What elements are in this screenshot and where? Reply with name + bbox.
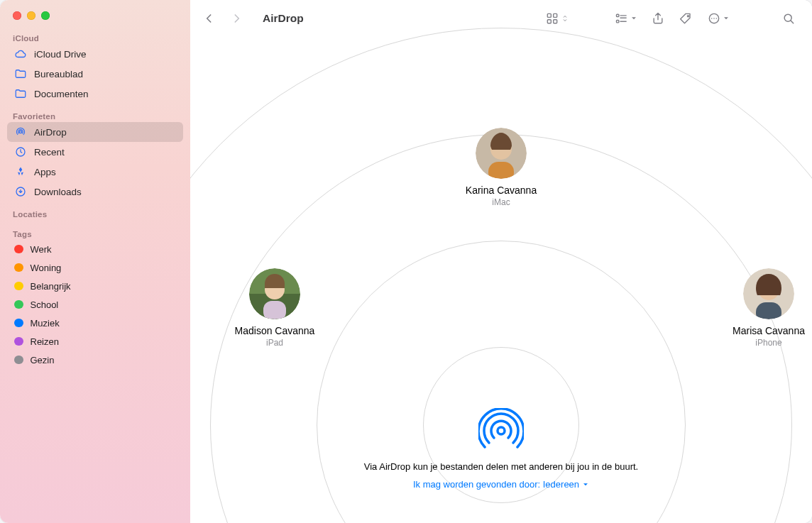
- sidebar-tag-muziek[interactable]: Muziek: [7, 314, 183, 332]
- sidebar-item-icloud-drive[interactable]: iCloud Drive: [7, 44, 183, 64]
- airdrop-person-marisa[interactable]: Marisa Cavanna iPhone: [708, 268, 812, 348]
- svg-rect-27: [756, 302, 781, 319]
- sidebar: iCloud iCloud Drive Bureaublad Documente…: [0, 0, 190, 523]
- airdrop-radar-area: Karina Cavanna iMac M: [190, 37, 812, 523]
- person-device: iMac: [492, 197, 510, 207]
- folder-icon: [14, 87, 27, 100]
- actions-button[interactable]: [703, 8, 734, 29]
- chevron-down-icon: [582, 481, 589, 488]
- svg-rect-7: [617, 14, 619, 16]
- sidebar-section-favorites: AirDrop Recent Apps Downloads: [0, 122, 190, 206]
- chevron-up-down-icon: [561, 12, 569, 25]
- sidebar-item-label: Belangrijk: [31, 281, 71, 292]
- avatar: [476, 128, 527, 179]
- airdrop-center-icon: [478, 408, 524, 453]
- sidebar-item-label: Downloads: [34, 187, 82, 197]
- sidebar-tag-werk[interactable]: Werk: [7, 240, 183, 258]
- chevron-down-icon: [723, 15, 730, 22]
- apps-icon: [14, 165, 27, 178]
- share-button[interactable]: [646, 8, 670, 29]
- airdrop-person-madison[interactable]: Madison Cavanna iPad: [214, 268, 335, 348]
- sidebar-item-label: School: [31, 299, 59, 310]
- back-button[interactable]: [197, 8, 221, 29]
- chevron-down-icon: [630, 15, 637, 22]
- sidebar-item-label: Gezin: [31, 355, 55, 365]
- tag-color-dot: [14, 356, 23, 365]
- sidebar-item-downloads[interactable]: Downloads: [7, 182, 183, 202]
- avatar: [249, 268, 300, 319]
- forward-button[interactable]: [224, 8, 248, 29]
- avatar: [743, 268, 794, 319]
- airdrop-description: Via AirDrop kun je bestanden delen met a…: [274, 461, 728, 472]
- sidebar-tag-belangrijk[interactable]: Belangrijk: [7, 277, 183, 295]
- minimize-window-button[interactable]: [27, 11, 35, 20]
- sidebar-section-tags-label: Tags: [0, 226, 190, 240]
- svg-rect-18: [488, 162, 514, 179]
- download-icon: [14, 185, 27, 198]
- sidebar-section-icloud: iCloud Drive Bureaublad Documenten: [0, 44, 190, 108]
- svg-point-11: [711, 18, 713, 19]
- sidebar-tag-woning[interactable]: Woning: [7, 258, 183, 277]
- zoom-window-button[interactable]: [41, 11, 50, 20]
- close-window-button[interactable]: [13, 11, 21, 20]
- svg-point-0: [19, 131, 21, 133]
- sidebar-item-label: AirDrop: [34, 127, 67, 138]
- sidebar-item-label: Apps: [34, 167, 56, 177]
- person-device: iPad: [266, 338, 283, 348]
- group-by-button[interactable]: [610, 8, 642, 29]
- svg-rect-23: [263, 301, 286, 319]
- sidebar-tag-school[interactable]: School: [7, 295, 183, 314]
- person-name: Madison Cavanna: [235, 325, 315, 336]
- svg-rect-5: [547, 19, 551, 23]
- sidebar-item-desktop[interactable]: Bureaublad: [7, 64, 183, 84]
- sidebar-item-label: Bureaublad: [34, 69, 83, 79]
- svg-point-13: [716, 18, 718, 19]
- airdrop-discoverability-button[interactable]: Ik mag worden gevonden door: Iedereen: [413, 479, 589, 490]
- sidebar-tag-gezin[interactable]: Gezin: [7, 351, 183, 369]
- person-name: Marisa Cavanna: [733, 325, 805, 336]
- sidebar-item-apps[interactable]: Apps: [7, 162, 183, 182]
- svg-rect-3: [547, 13, 551, 17]
- sidebar-item-label: Woning: [31, 263, 62, 273]
- airdrop-icon: [478, 408, 524, 453]
- toolbar-nav: [197, 8, 248, 29]
- finder-window: iCloud iCloud Drive Bureaublad Documente…: [0, 0, 812, 523]
- main-pane: AirDrop: [190, 0, 812, 523]
- person-device: iPhone: [755, 338, 781, 348]
- person-name: Karina Cavanna: [466, 185, 537, 196]
- svg-point-28: [498, 427, 505, 434]
- sidebar-item-label: iCloud Drive: [34, 49, 87, 60]
- tag-color-dot: [14, 337, 23, 346]
- airdrop-icon: [14, 126, 27, 138]
- svg-point-9: [687, 15, 688, 16]
- airdrop-info: Via AirDrop kun je bestanden delen met a…: [274, 461, 728, 490]
- page-title: AirDrop: [253, 12, 311, 25]
- svg-rect-8: [617, 20, 619, 22]
- search-button[interactable]: [777, 8, 801, 29]
- svg-point-12: [713, 18, 715, 19]
- cloud-icon: [14, 48, 27, 60]
- sidebar-item-documents[interactable]: Documenten: [7, 84, 183, 104]
- sidebar-item-label: Reizen: [31, 336, 59, 347]
- svg-rect-4: [554, 13, 557, 17]
- window-controls: [0, 7, 190, 30]
- tag-color-dot: [14, 300, 23, 309]
- tag-color-dot: [14, 282, 23, 291]
- airdrop-person-karina[interactable]: Karina Cavanna iMac: [441, 128, 561, 207]
- sidebar-section-icloud-label: iCloud: [0, 30, 190, 44]
- sidebar-item-recent[interactable]: Recent: [7, 142, 183, 162]
- sidebar-item-label: Werk: [31, 244, 52, 255]
- airdrop-discoverability-label: Ik mag worden gevonden door: Iedereen: [413, 479, 579, 490]
- folder-icon: [14, 67, 27, 80]
- sidebar-item-label: Documenten: [34, 89, 89, 99]
- sidebar-section-favorites-label: Favorieten: [0, 108, 190, 122]
- tag-color-dot: [14, 245, 23, 254]
- sidebar-tag-reizen[interactable]: Reizen: [7, 332, 183, 351]
- sidebar-item-airdrop[interactable]: AirDrop: [7, 122, 183, 142]
- view-mode-button[interactable]: [541, 8, 574, 29]
- tag-color-dot: [14, 319, 23, 328]
- tag-color-dot: [14, 263, 23, 272]
- edit-tags-button[interactable]: [674, 8, 698, 29]
- sidebar-item-label: Recent: [34, 147, 65, 158]
- sidebar-section-locations-label: Locaties: [0, 206, 190, 220]
